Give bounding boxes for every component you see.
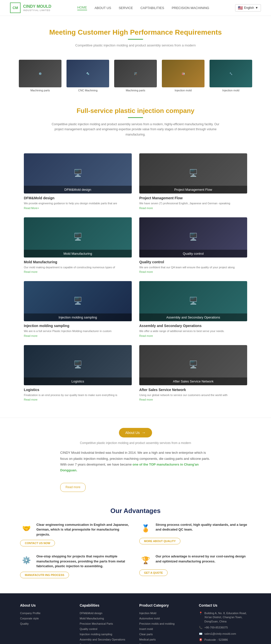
service-desc-7: Using our global network to service our … [139, 393, 247, 397]
full-service-section: Full-service plastic injection company C… [0, 97, 271, 142]
footer-link[interactable]: Automotive mold [139, 617, 160, 620]
product-img-1: 🔩 [66, 60, 109, 87]
read-more-about-button[interactable]: Read more [60, 483, 86, 492]
hero-underline [128, 39, 143, 40]
contact-email-text: sales1@cindy-mould.com [205, 632, 236, 636]
service-img-2: 🖥️ Mold Manufacturing [24, 217, 132, 257]
more-about-quality-button[interactable]: MORE ABOUT QUALITY [139, 538, 180, 544]
flag-icon: 🇺🇸 [238, 6, 243, 10]
list-item: Insert mold [139, 627, 191, 631]
service-title-3: Quality control [139, 260, 247, 264]
footer-link[interactable]: Company Profile [20, 612, 40, 615]
footer-link[interactable]: Precision molds and molding [139, 622, 175, 625]
adv-item-0: 🤝 Clear engineering communication in Eng… [20, 522, 132, 547]
language-selector[interactable]: 🇺🇸 English ▼ [235, 4, 261, 12]
footer-link[interactable]: Medical parts [139, 638, 156, 641]
nav-precision[interactable]: PRECISION MACHINING [172, 6, 209, 10]
contact-address: 📍 Building A, No. 8, Education Road, Xin… [199, 611, 251, 624]
list-item: Injection Mold [139, 611, 191, 615]
contact-postcode: 📮 Postcode：523886 [199, 638, 251, 642]
service-grid: 🖥️ DFM&Mold design DFM&Mold design We pr… [0, 142, 271, 413]
list-item: Medical parts [139, 637, 191, 641]
contact-phone1-text: +86-769-85336075 [205, 625, 228, 630]
email-icon: ✉️ [199, 632, 202, 636]
service-desc-3: We are confident that our QA team will e… [139, 265, 247, 270]
manufacturing-process-button[interactable]: MANUFACUTR ING PROCESS [20, 572, 69, 578]
service-overlay-5: Assembly and Secondary Operations [139, 313, 247, 321]
footer-link[interactable]: Injection Mold [139, 612, 156, 615]
nav-about[interactable]: ABOUT US [95, 6, 111, 10]
read-more-5[interactable]: Read more [139, 334, 153, 337]
contact-us-now-button[interactable]: CONTACT US NOW [20, 540, 55, 546]
service-desc-6: Finalization is an end process by our qu… [24, 393, 132, 397]
footer-link[interactable]: Assembly and Secondary Operations [80, 638, 125, 641]
monitor-icon-5: 🖥️ [189, 297, 198, 305]
footer-link[interactable]: Quality control [80, 627, 97, 630]
footer-prod-links: Injection Mold Automotive mold Precision… [139, 611, 191, 644]
list-item: Quality control [80, 627, 132, 631]
list-item: Company Profile [20, 611, 72, 615]
read-more-3[interactable]: Read more [139, 270, 153, 273]
footer-products: Product Category Injection Mold Automoti… [139, 603, 191, 644]
list-item: Assembly and Secondary Operations [80, 637, 132, 641]
product-label-3: Injection mold [162, 89, 205, 92]
nav-service[interactable]: SERVICE [119, 6, 133, 10]
service-title-0: DFM&Mold design [24, 196, 132, 200]
read-more-7[interactable]: Read more [139, 398, 153, 401]
monitor-icon-3: 🖥️ [189, 233, 198, 241]
products-row: ⚙️ Machining parts 🔩 CNC Machining 🛠️ Ma… [0, 55, 271, 97]
service-overlay-6: Logistics [24, 377, 132, 385]
service-item-6: 🖥️ Logistics Logistics Finalization is a… [20, 341, 136, 405]
full-service-title: Full-service plastic injection company [20, 107, 251, 115]
product-label-2: Machining parts [114, 89, 157, 92]
service-img-3: 🖥️ Quality control [139, 217, 247, 257]
site-header: CM CINDY MOULD INDUSTYIAL LIMITED HOME A… [0, 0, 271, 16]
list-item: Die casting [139, 643, 191, 644]
trophy-icon: 🏆 [139, 554, 152, 566]
medal-icon: 🏅 [139, 522, 152, 535]
about-sub-desc: Competitive plastic injection molding an… [20, 441, 251, 445]
product-img-4: 🔧 [210, 60, 252, 87]
adv-item-3: 🏆 Our price advantage is ensured by our … [139, 554, 251, 578]
service-overlay-2: Mold Manufacturing [24, 250, 132, 257]
site-footer: About Us Company Profile Corporate style… [0, 593, 271, 644]
list-item: DFM&Mold design [80, 611, 132, 615]
product-img-2: 🛠️ [114, 60, 157, 87]
hero-title: Meeting Customer High Performance Requir… [10, 28, 261, 36]
list-item: Project Management [80, 643, 132, 644]
about-highlight: one of the TOP manufacturers in Chang'an… [60, 463, 199, 472]
adv-text-3: Our price advantage is ensured by our co… [156, 554, 251, 564]
footer-link[interactable]: Precision Mechanical Parts [80, 622, 113, 625]
footer-link[interactable]: Mold Manufacturing [80, 617, 104, 620]
list-item: Quality [20, 622, 72, 625]
read-more-2[interactable]: Read more [24, 270, 37, 273]
footer-link[interactable]: Quality [20, 622, 29, 625]
adv-item-1: 🏅 Strong process control, high quality s… [139, 522, 251, 547]
footer-contact: Contact Us 📍 Building A, No. 8, Educatio… [199, 603, 251, 644]
logo-name: CINDY MOULD [23, 4, 51, 9]
read-more-1[interactable]: Read more [139, 207, 153, 210]
product-label-0: Machining parts [19, 89, 61, 92]
service-item-2: 🖥️ Mold Manufacturing Mold Manufacturing… [20, 214, 136, 278]
about-us-button[interactable]: About Us → [119, 428, 152, 437]
footer-link[interactable]: Clear parts [139, 633, 153, 636]
read-more-4[interactable]: Read more [24, 334, 37, 337]
footer-link[interactable]: Insert mold [139, 627, 153, 630]
footer-link[interactable]: Injection molding sampling [80, 633, 112, 636]
read-more-6[interactable]: Read more [24, 398, 37, 401]
service-item-5: 🖥️ Assembly and Secondary Operations Ass… [136, 277, 251, 341]
service-title-4: Injection molding sampling [24, 324, 132, 328]
service-overlay-1: Project Management Flow [139, 186, 247, 194]
location-icon: 📍 [199, 611, 202, 615]
monitor-icon-2: 🖥️ [74, 233, 82, 241]
advantages-grid: 🤝 Clear engineering communication in Eng… [20, 522, 251, 578]
footer-link[interactable]: DFM&Mold design [80, 612, 102, 615]
nav-home[interactable]: HOME [77, 6, 87, 10]
monitor-icon-0: 🖥️ [74, 169, 82, 177]
service-desc-2: Our mold making department is capable of… [24, 265, 132, 270]
nav-capabilities[interactable]: CAPTABILITIES [141, 6, 164, 10]
read-more-0[interactable]: Read More+ [24, 207, 39, 210]
get-a-quote-button[interactable]: GET A QUOTE [139, 569, 168, 576]
footer-cap-title: Capabilities [80, 603, 132, 607]
footer-link[interactable]: Corporate style [20, 617, 39, 620]
